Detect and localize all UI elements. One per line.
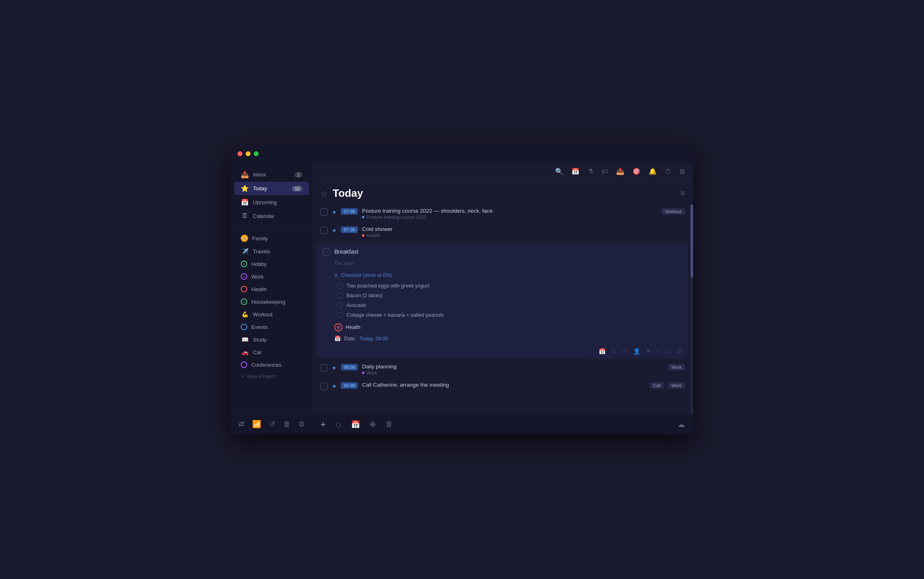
sidebar-item-study[interactable]: 📖 Study: [234, 333, 309, 346]
sidebar-item-conferences[interactable]: Conferences: [234, 359, 309, 371]
assign-icon[interactable]: 👤: [633, 348, 640, 355]
favorite-star-icon[interactable]: ☆: [320, 189, 328, 198]
checklist-checkbox[interactable]: [337, 303, 342, 308]
task-star-icon[interactable]: ★: [332, 365, 337, 371]
task-checkbox[interactable]: [320, 383, 328, 390]
checklist-checkbox[interactable]: [337, 312, 342, 318]
workout-icon: 💪: [241, 311, 249, 318]
task-star-icon[interactable]: ★: [332, 209, 337, 215]
history-icon[interactable]: ↺: [267, 417, 278, 431]
list-exp-icon[interactable]: ☰: [677, 348, 682, 355]
sidebar-item-upcoming[interactable]: 📅 Upcoming: [234, 196, 309, 209]
task-title: Call Catherine, arrange the meeting: [362, 382, 645, 388]
today-badge: 10: [292, 186, 303, 192]
repeat-icon[interactable]: ↻: [611, 348, 616, 355]
task-content: Call Catherine, arrange the meeting: [362, 382, 645, 388]
task-tag[interactable]: Workout: [662, 208, 685, 215]
calendar-exp-icon[interactable]: 📅: [599, 348, 606, 355]
trash-bottom-icon[interactable]: 🗑: [384, 418, 394, 430]
car-icon: 🚗: [241, 349, 249, 355]
sidebar-item-today[interactable]: ⭐ Today 10: [234, 182, 309, 195]
close-button[interactable]: [238, 151, 242, 156]
list-item[interactable]: Bacon (2 slices): [317, 291, 688, 300]
checklist-checkbox[interactable]: [337, 293, 342, 298]
list-item[interactable]: Avocado: [317, 300, 688, 310]
wifi-icon[interactable]: 📶: [250, 417, 264, 431]
task-content: Daily planning Work: [362, 364, 664, 375]
task-tag[interactable]: Work: [668, 364, 685, 370]
sidebar-item-family[interactable]: ● Family: [234, 232, 309, 245]
task-star-icon[interactable]: ★: [332, 227, 337, 233]
sidebar-item-health[interactable]: Health: [234, 283, 309, 295]
timer-icon[interactable]: ⏱: [663, 166, 673, 177]
table-row[interactable]: ★ 07:30 Cold shower Health: [317, 223, 688, 241]
list-item[interactable]: Two poached eggs with greek yogurt: [317, 281, 688, 291]
table-row[interactable]: ★ 16:00 Call Catherine, arrange the meet…: [317, 379, 688, 393]
sidebar-item-work[interactable]: ∞ Work: [234, 270, 309, 283]
task-star-icon[interactable]: ★: [332, 383, 337, 389]
task-checkbox[interactable]: [320, 227, 328, 234]
title-bar: [231, 145, 693, 163]
timer-exp-icon[interactable]: ⏱: [622, 348, 628, 355]
search-icon[interactable]: 🔍: [554, 166, 565, 177]
scrollbar-thumb[interactable]: [691, 205, 693, 278]
task-subtitle: Work: [362, 370, 664, 375]
export-icon[interactable]: 📤: [615, 166, 626, 177]
target-icon[interactable]: 🎯: [631, 166, 642, 177]
label-icon[interactable]: 🏷: [600, 166, 610, 177]
maximize-button[interactable]: [254, 151, 259, 156]
filter-icon[interactable]: ⚗: [586, 166, 595, 177]
task-checkbox[interactable]: [323, 248, 330, 256]
sidebar-item-inbox[interactable]: 📥 Inbox 2: [234, 168, 309, 181]
table-row[interactable]: ★ 07:00 Posture training course 2022 — s…: [317, 205, 688, 223]
settings-icon[interactable]: ⚙: [296, 417, 307, 431]
more-icon[interactable]: ···: [588, 348, 593, 355]
sidebar-item-hobby-label: Hobby: [251, 261, 303, 267]
task-tag[interactable]: Call: [650, 382, 664, 389]
task-time-badge: 09:00: [341, 364, 358, 370]
task-checkbox[interactable]: [320, 209, 328, 216]
add-exp-icon[interactable]: +: [657, 348, 660, 355]
cloud-icon[interactable]: ☁: [676, 418, 686, 431]
flag-icon[interactable]: ⚑: [646, 348, 651, 355]
shuffle-icon[interactable]: ⇄: [236, 417, 247, 431]
calendar-bottom-icon[interactable]: 📅: [349, 418, 362, 431]
grid-icon[interactable]: ⊞: [678, 166, 686, 177]
date-label-row: 📅 Date: Today, 08:00: [317, 333, 688, 346]
header-menu-icon[interactable]: ≡: [680, 189, 685, 198]
calendar-grid-icon[interactable]: 📅: [570, 166, 581, 177]
new-project-button[interactable]: + New Project: [234, 371, 309, 381]
checklist-item-text: Two poached eggs with greek yogurt: [346, 283, 429, 289]
diamond-icon[interactable]: ◇: [334, 418, 343, 431]
bell-icon[interactable]: 🔔: [647, 166, 658, 177]
sidebar-item-housekeeping[interactable]: ∞ Housekeeping: [234, 296, 309, 308]
sidebar-item-calendar[interactable]: 🗓 Calendar: [234, 209, 309, 222]
task-tag-2[interactable]: Work: [668, 382, 685, 389]
upcoming-icon: 📅: [241, 198, 249, 206]
sidebar-item-hobby[interactable]: ∞ Hobby: [234, 258, 309, 270]
sidebar-item-car-label: Car: [253, 349, 303, 355]
move-icon[interactable]: ✥: [368, 418, 377, 431]
minimize-button[interactable]: [246, 151, 251, 156]
task-expanded-title: Breakfast: [334, 248, 358, 255]
checklist-label: Checklist (done at 0%): [341, 272, 392, 278]
sidebar-item-workout[interactable]: 💪 Workout: [234, 308, 309, 320]
top-toolbar: 🔍 📅 ⚗ 🏷 📤 🎯 🔔 ⏱ ⊞: [312, 163, 693, 181]
sidebar-item-events[interactable]: Events: [234, 321, 309, 333]
task-list: ★ 07:00 Posture training course 2022 — s…: [312, 205, 693, 414]
conferences-icon: [241, 361, 247, 368]
table-row[interactable]: ★ 09:00 Daily planning Work Work: [317, 360, 688, 379]
task-checkbox[interactable]: [320, 364, 328, 372]
checklist-checkbox[interactable]: [337, 283, 342, 289]
list-item[interactable]: Cottage cheese + banana + salted peanuts: [317, 310, 688, 320]
sidebar-item-travels[interactable]: ✈️ Travels: [234, 245, 309, 257]
sidebar-bottom: ⇄ 📶 ↺ 🗑 ⚙: [231, 414, 312, 434]
task-title: Cold shower: [362, 226, 685, 232]
sidebar-item-car[interactable]: 🚗 Car: [234, 346, 309, 358]
sidebar-item-inbox-label: Inbox: [253, 172, 290, 178]
tag-exp-icon[interactable]: 🏷: [666, 348, 671, 355]
add-task-button[interactable]: +: [319, 418, 327, 431]
date-value[interactable]: Today, 08:00: [360, 336, 388, 342]
trash-icon[interactable]: 🗑: [281, 418, 293, 431]
expanded-toolbar: ··· 📅 ↻ ⏱ 👤 ⚑ + 🏷 ☰: [317, 346, 688, 359]
